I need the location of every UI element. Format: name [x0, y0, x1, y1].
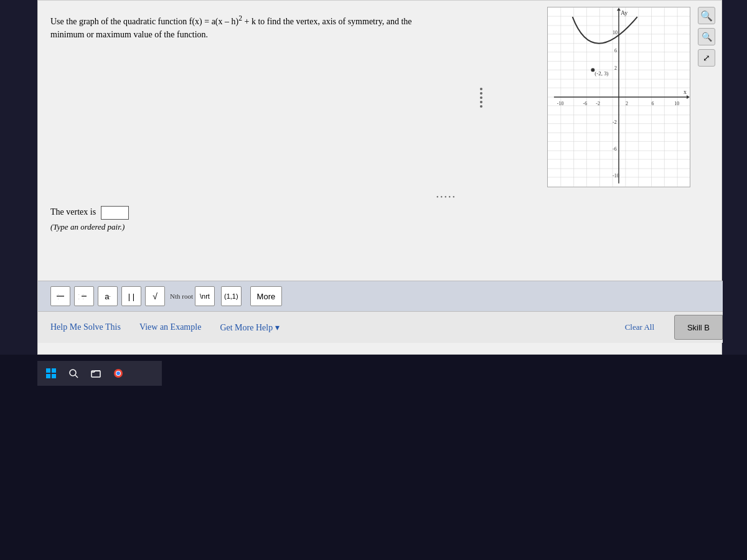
- vertex-input[interactable]: [101, 206, 129, 220]
- svg-text:(-2, 3): (-2, 3): [594, 70, 608, 77]
- svg-text:x: x: [684, 88, 687, 95]
- svg-rect-58: [46, 368, 50, 373]
- svg-text:2: 2: [626, 101, 628, 106]
- svg-text:-2: -2: [596, 101, 600, 106]
- question-text: Use the graph of the quadratic function …: [50, 13, 486, 41]
- search-taskbar-button[interactable]: [65, 365, 82, 382]
- chrome-taskbar-button[interactable]: [110, 365, 127, 382]
- expand-button[interactable]: ⤢: [698, 49, 715, 67]
- math-toolbar: ·· ···· a· | | √ Nth root \nrt (1,1): [38, 281, 723, 312]
- graph-container: x Ay 10 6 2 -2 -6 -10 -10 -6 -2 2 6 10 (…: [547, 7, 690, 187]
- svg-text:·: ·: [58, 292, 59, 296]
- nth-root-area: Nth root \nrt: [170, 286, 215, 306]
- clear-all-button[interactable]: Clear All: [625, 322, 654, 332]
- drag-handle[interactable]: [480, 88, 482, 108]
- file-manager-taskbar-button[interactable]: [87, 365, 105, 382]
- view-example-link[interactable]: View an Example: [139, 322, 201, 332]
- svg-text:6: 6: [652, 101, 654, 106]
- svg-text:-10: -10: [613, 173, 619, 179]
- more-label: More: [257, 292, 276, 301]
- nrt-button[interactable]: \nrt: [195, 286, 215, 306]
- svg-text:6: 6: [614, 48, 617, 54]
- answer-area: The vertex is (Type an ordered pair.): [50, 206, 424, 232]
- sqrt-button[interactable]: √: [145, 286, 165, 306]
- help-solve-link[interactable]: Help Me Solve This: [50, 322, 121, 332]
- laptop-left-border: [0, 0, 37, 355]
- coords-button[interactable]: (1,1): [221, 286, 242, 306]
- action-bar: Help Me Solve This View an Example Get M…: [38, 312, 723, 343]
- skill-builder-button[interactable]: Skill B: [674, 315, 723, 340]
- superscript-button[interactable]: a·: [98, 286, 118, 306]
- coords-label: (1,1): [224, 292, 238, 300]
- svg-point-62: [70, 370, 76, 376]
- zoom-in-button[interactable]: 🔍: [698, 7, 715, 24]
- svg-rect-61: [52, 374, 56, 378]
- svg-text:10: 10: [674, 101, 679, 106]
- svg-text:·: ·: [78, 292, 80, 296]
- mixed-number-button[interactable]: ····: [74, 286, 94, 306]
- expand-dots: •••••: [436, 194, 457, 200]
- svg-line-63: [75, 375, 78, 378]
- taskbar: [37, 361, 162, 386]
- main-panel: Use the graph of the quadratic function …: [37, 0, 722, 355]
- vertex-label: The vertex is: [50, 207, 96, 217]
- fraction-button[interactable]: ··: [50, 286, 70, 306]
- laptop-right-border: [722, 0, 747, 355]
- svg-point-67: [116, 371, 120, 375]
- more-button[interactable]: More: [250, 286, 283, 306]
- svg-text:2: 2: [614, 65, 617, 71]
- svg-text:·: ·: [78, 297, 80, 301]
- svg-text:-10: -10: [557, 101, 564, 106]
- question-area: Use the graph of the quadratic function …: [50, 13, 486, 41]
- windows-start-button[interactable]: [42, 365, 60, 382]
- get-more-help-link[interactable]: Get More Help ▾: [220, 322, 279, 333]
- svg-text:10: 10: [613, 30, 618, 35]
- svg-text:-2: -2: [613, 119, 617, 125]
- svg-text:·: ·: [58, 297, 59, 301]
- zoom-out-button[interactable]: 🔍: [698, 28, 715, 45]
- abs-value-button[interactable]: | |: [121, 286, 141, 306]
- svg-text:·: ·: [83, 292, 84, 296]
- svg-text:-6: -6: [583, 101, 588, 106]
- vertex-hint: (Type an ordered pair.): [50, 222, 424, 232]
- nth-root-label: Nth root: [170, 292, 193, 300]
- svg-rect-59: [52, 368, 56, 373]
- svg-rect-60: [46, 374, 50, 378]
- svg-text:-6: -6: [613, 146, 617, 152]
- graph-svg: x Ay 10 6 2 -2 -6 -10 -10 -6 -2 2 6 10 (…: [548, 7, 690, 187]
- svg-text:·: ·: [83, 297, 84, 301]
- side-icons-panel: 🔍 🔍 ⤢: [698, 7, 715, 67]
- svg-text:Ay: Ay: [621, 9, 627, 16]
